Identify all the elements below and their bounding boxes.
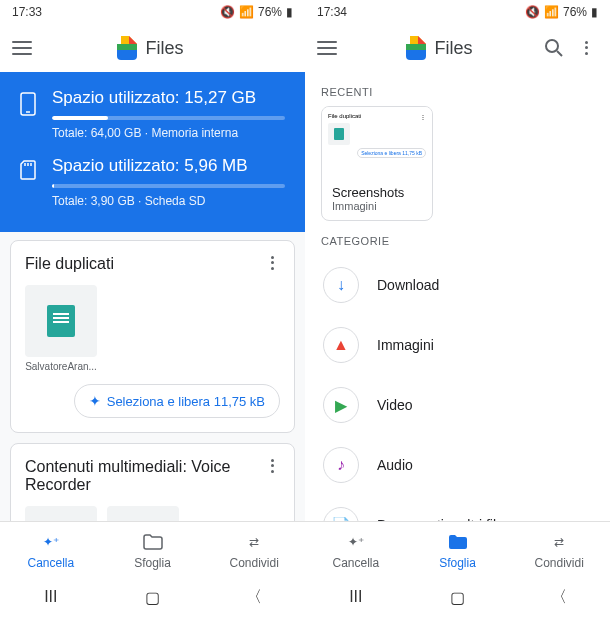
category-icon: ▶ xyxy=(323,387,359,423)
category-label: Immagini xyxy=(377,337,434,353)
nav-clean[interactable]: ✦⁺ Cancella xyxy=(0,522,102,577)
section-categories: Categorie xyxy=(305,221,610,255)
storage-internal[interactable]: Spazio utilizzato: 15,27 GB Totale: 64,0… xyxy=(20,88,285,140)
nav-clean[interactable]: ✦⁺ Cancella xyxy=(305,522,407,577)
nav-browse[interactable]: Sfoglia xyxy=(102,522,204,577)
card-media-title: Contenuti multimediali: Voice Recorder xyxy=(25,458,264,494)
category-item-download[interactable]: ↓Download xyxy=(313,255,602,315)
storage-sd-title: Spazio utilizzato: 5,96 MB xyxy=(52,156,285,176)
cards-scroll[interactable]: File duplicati SalvatoreAran... ✦ Selezi… xyxy=(0,232,305,521)
category-label: Download xyxy=(377,277,439,293)
recent-card-screenshots[interactable]: File duplicati⋮ Seleziona e libera 11,75… xyxy=(321,106,433,221)
menu-button[interactable] xyxy=(317,41,337,55)
category-item-documenti-e-altri-file[interactable]: 📄Documenti e altri file xyxy=(313,495,602,521)
storage-hero: Spazio utilizzato: 15,27 GB Totale: 64,0… xyxy=(0,72,305,232)
nav-browse[interactable]: Sfoglia xyxy=(407,522,509,577)
battery-icon: ▮ xyxy=(591,5,598,19)
mute-icon: 🔇 xyxy=(525,5,540,19)
card-duplicates-title: File duplicati xyxy=(25,255,264,273)
sparkle-icon: ✦⁺ xyxy=(344,530,368,554)
app-bar: Files xyxy=(0,24,305,72)
media-file-2[interactable]: ♪ Voce 001.m4a xyxy=(107,506,179,521)
storage-sd[interactable]: Spazio utilizzato: 5,96 MB Totale: 3,90 … xyxy=(20,156,285,208)
card-menu-button[interactable] xyxy=(264,458,280,474)
category-label: Video xyxy=(377,397,413,413)
app-title: Files xyxy=(145,38,183,59)
back-button[interactable]: 〈 xyxy=(242,585,266,609)
status-indicators: 🔇 📶 76% ▮ xyxy=(525,5,598,19)
bottom-nav: ✦⁺ Cancella Sfoglia ⇄ Condividi xyxy=(305,521,610,577)
battery-text: 76% xyxy=(563,5,587,19)
recent-preview: File duplicati⋮ Seleziona e libera 11,75… xyxy=(322,107,432,177)
status-time: 17:34 xyxy=(317,5,347,19)
recent-name: Screenshots xyxy=(332,185,422,200)
wifi-icon: 📶 xyxy=(544,5,559,19)
card-menu-button[interactable] xyxy=(264,255,280,271)
section-recent: Recenti xyxy=(305,72,610,106)
category-icon: ↓ xyxy=(323,267,359,303)
category-icon: ♪ xyxy=(323,447,359,483)
nav-share[interactable]: ⇄ Condividi xyxy=(508,522,610,577)
storage-internal-title: Spazio utilizzato: 15,27 GB xyxy=(52,88,285,108)
search-icon xyxy=(544,38,564,58)
folder-icon xyxy=(141,530,165,554)
files-logo-icon xyxy=(406,36,426,60)
recents-button[interactable]: III xyxy=(344,585,368,609)
files-logo-icon xyxy=(117,36,137,60)
category-icon: 📄 xyxy=(323,507,359,521)
recents-button[interactable]: III xyxy=(39,585,63,609)
menu-button[interactable] xyxy=(12,41,32,55)
category-label: Audio xyxy=(377,457,413,473)
search-button[interactable] xyxy=(542,36,566,60)
sparkle-icon: ✦⁺ xyxy=(39,530,63,554)
category-item-video[interactable]: ▶Video xyxy=(313,375,602,435)
nav-share[interactable]: ⇄ Condividi xyxy=(203,522,305,577)
home-button[interactable]: ▢ xyxy=(140,585,164,609)
media-file-1[interactable]: ♪ Rumori.m4a xyxy=(25,506,97,521)
browse-scroll[interactable]: Recenti File duplicati⋮ Seleziona e libe… xyxy=(305,72,610,521)
category-list: ↓Download▲Immagini▶Video♪Audio📄Documenti… xyxy=(305,255,610,521)
screen-clean: 17:33 🔇 📶 76% ▮ Files Spazio utilizzato:… xyxy=(0,0,305,617)
app-title-wrap: Files xyxy=(345,36,534,60)
storage-sd-sub: Totale: 3,90 GB · Scheda SD xyxy=(52,194,285,208)
sd-card-icon xyxy=(20,160,36,180)
more-icon xyxy=(578,40,594,56)
duplicate-file-1[interactable]: SalvatoreAran... xyxy=(25,285,97,372)
category-item-audio[interactable]: ♪Audio xyxy=(313,435,602,495)
status-bar: 17:33 🔇 📶 76% ▮ xyxy=(0,0,305,24)
back-button[interactable]: 〈 xyxy=(547,585,571,609)
app-bar: Files xyxy=(305,24,610,72)
screen-browse: 17:34 🔇 📶 76% ▮ Files Recenti File dupli… xyxy=(305,0,610,617)
category-item-immagini[interactable]: ▲Immagini xyxy=(313,315,602,375)
mute-icon: 🔇 xyxy=(220,5,235,19)
overflow-menu-button[interactable] xyxy=(574,36,598,60)
svg-point-5 xyxy=(546,40,558,52)
share-icon: ⇄ xyxy=(242,530,266,554)
folder-icon xyxy=(446,530,470,554)
home-button[interactable]: ▢ xyxy=(445,585,469,609)
sparkle-icon: ✦ xyxy=(89,393,101,409)
status-time: 17:33 xyxy=(12,5,42,19)
share-icon: ⇄ xyxy=(547,530,571,554)
category-icon: ▲ xyxy=(323,327,359,363)
app-title: Files xyxy=(434,38,472,59)
system-nav: III ▢ 〈 xyxy=(0,577,305,617)
duplicates-action-button[interactable]: ✦ Seleziona e libera 11,75 kB xyxy=(74,384,280,418)
card-media: Contenuti multimediali: Voice Recorder ♪… xyxy=(10,443,295,521)
status-bar: 17:34 🔇 📶 76% ▮ xyxy=(305,0,610,24)
recent-type: Immagini xyxy=(332,200,422,212)
battery-text: 76% xyxy=(258,5,282,19)
storage-internal-sub: Totale: 64,00 GB · Memoria interna xyxy=(52,126,285,140)
svg-line-6 xyxy=(557,51,562,56)
document-icon xyxy=(47,305,75,337)
status-indicators: 🔇 📶 76% ▮ xyxy=(220,5,293,19)
phone-icon xyxy=(20,92,36,116)
system-nav: III ▢ 〈 xyxy=(305,577,610,617)
wifi-icon: 📶 xyxy=(239,5,254,19)
battery-icon: ▮ xyxy=(286,5,293,19)
bottom-nav: ✦⁺ Cancella Sfoglia ⇄ Condividi xyxy=(0,521,305,577)
app-title-wrap: Files xyxy=(40,36,261,60)
card-duplicates: File duplicati SalvatoreAran... ✦ Selezi… xyxy=(10,240,295,433)
